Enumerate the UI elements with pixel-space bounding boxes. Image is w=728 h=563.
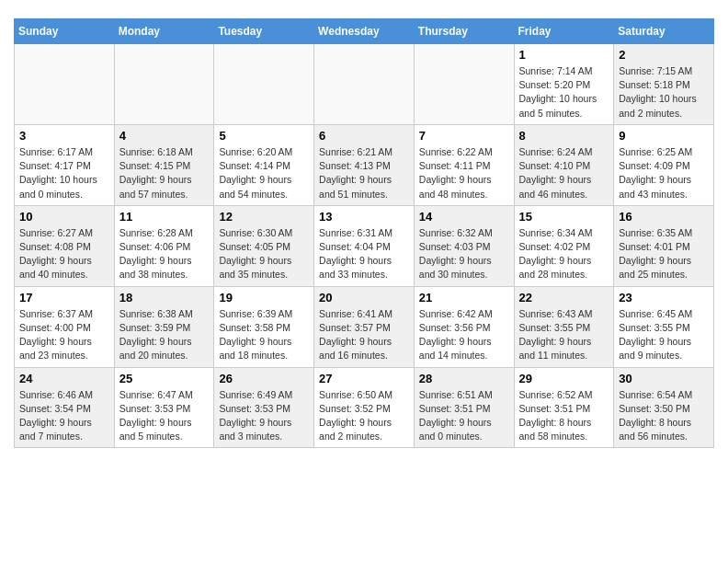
calendar-cell: 9Sunrise: 6:25 AM Sunset: 4:09 PM Daylig… — [614, 124, 714, 205]
day-info: Sunrise: 6:20 AM Sunset: 4:14 PM Dayligh… — [219, 145, 309, 201]
calendar-cell: 26Sunrise: 6:49 AM Sunset: 3:53 PM Dayli… — [214, 367, 314, 448]
day-info: Sunrise: 6:52 AM Sunset: 3:51 PM Dayligh… — [519, 388, 609, 444]
calendar-cell: 2Sunrise: 7:15 AM Sunset: 5:18 PM Daylig… — [614, 44, 714, 125]
day-info: Sunrise: 6:22 AM Sunset: 4:11 PM Dayligh… — [419, 145, 509, 201]
day-info: Sunrise: 6:34 AM Sunset: 4:02 PM Dayligh… — [519, 226, 609, 282]
calendar-cell: 24Sunrise: 6:46 AM Sunset: 3:54 PM Dayli… — [15, 367, 115, 448]
calendar-cell: 6Sunrise: 6:21 AM Sunset: 4:13 PM Daylig… — [314, 124, 415, 205]
day-info: Sunrise: 6:42 AM Sunset: 3:56 PM Dayligh… — [419, 307, 509, 363]
day-info: Sunrise: 6:27 AM Sunset: 4:08 PM Dayligh… — [19, 226, 109, 282]
day-info: Sunrise: 6:49 AM Sunset: 3:53 PM Dayligh… — [219, 388, 309, 444]
day-info: Sunrise: 6:37 AM Sunset: 4:00 PM Dayligh… — [19, 307, 109, 363]
calendar-table: SundayMondayTuesdayWednesdayThursdayFrid… — [14, 18, 714, 448]
calendar-week-1: 3Sunrise: 6:17 AM Sunset: 4:17 PM Daylig… — [15, 124, 714, 205]
calendar-cell: 5Sunrise: 6:20 AM Sunset: 4:14 PM Daylig… — [214, 124, 314, 205]
day-number: 6 — [319, 129, 409, 143]
calendar-cell: 29Sunrise: 6:52 AM Sunset: 3:51 PM Dayli… — [514, 367, 614, 448]
calendar-cell — [414, 44, 514, 125]
day-number: 8 — [519, 129, 609, 143]
day-info: Sunrise: 6:28 AM Sunset: 4:06 PM Dayligh… — [119, 226, 210, 282]
day-info: Sunrise: 6:30 AM Sunset: 4:05 PM Dayligh… — [219, 226, 309, 282]
day-number: 16 — [619, 210, 709, 224]
day-info: Sunrise: 6:46 AM Sunset: 3:54 PM Dayligh… — [19, 388, 109, 444]
calendar-week-3: 17Sunrise: 6:37 AM Sunset: 4:00 PM Dayli… — [15, 286, 714, 367]
day-info: Sunrise: 6:35 AM Sunset: 4:01 PM Dayligh… — [619, 226, 709, 282]
calendar-cell: 25Sunrise: 6:47 AM Sunset: 3:53 PM Dayli… — [114, 367, 214, 448]
day-info: Sunrise: 6:45 AM Sunset: 3:55 PM Dayligh… — [619, 307, 709, 363]
day-info: Sunrise: 6:54 AM Sunset: 3:50 PM Dayligh… — [619, 388, 709, 444]
calendar-cell: 3Sunrise: 6:17 AM Sunset: 4:17 PM Daylig… — [15, 124, 115, 205]
weekday-header-tuesday: Tuesday — [214, 19, 314, 44]
day-info: Sunrise: 6:17 AM Sunset: 4:17 PM Dayligh… — [19, 145, 109, 201]
calendar-cell: 1Sunrise: 7:14 AM Sunset: 5:20 PM Daylig… — [514, 44, 614, 125]
calendar-cell: 28Sunrise: 6:51 AM Sunset: 3:51 PM Dayli… — [414, 367, 514, 448]
weekday-header-thursday: Thursday — [414, 19, 514, 44]
day-info: Sunrise: 6:38 AM Sunset: 3:59 PM Dayligh… — [119, 307, 210, 363]
calendar-cell: 13Sunrise: 6:31 AM Sunset: 4:04 PM Dayli… — [314, 205, 415, 286]
day-number: 5 — [219, 129, 309, 143]
day-number: 29 — [519, 372, 609, 385]
calendar-week-2: 10Sunrise: 6:27 AM Sunset: 4:08 PM Dayli… — [15, 205, 714, 286]
day-info: Sunrise: 6:43 AM Sunset: 3:55 PM Dayligh… — [519, 307, 609, 363]
weekday-header-friday: Friday — [514, 19, 614, 44]
calendar-cell: 17Sunrise: 6:37 AM Sunset: 4:00 PM Dayli… — [15, 286, 115, 367]
day-info: Sunrise: 6:39 AM Sunset: 3:58 PM Dayligh… — [219, 307, 309, 363]
day-number: 3 — [19, 129, 109, 143]
calendar-cell: 11Sunrise: 6:28 AM Sunset: 4:06 PM Dayli… — [114, 205, 214, 286]
day-number: 7 — [419, 129, 509, 143]
day-number: 10 — [19, 210, 109, 224]
day-info: Sunrise: 6:51 AM Sunset: 3:51 PM Dayligh… — [419, 388, 509, 444]
calendar-cell: 10Sunrise: 6:27 AM Sunset: 4:08 PM Dayli… — [15, 205, 115, 286]
day-number: 12 — [219, 210, 309, 224]
calendar-week-4: 24Sunrise: 6:46 AM Sunset: 3:54 PM Dayli… — [15, 367, 714, 448]
calendar-cell: 19Sunrise: 6:39 AM Sunset: 3:58 PM Dayli… — [214, 286, 314, 367]
day-number: 13 — [319, 210, 409, 224]
calendar-cell: 8Sunrise: 6:24 AM Sunset: 4:10 PM Daylig… — [514, 124, 614, 205]
day-number: 19 — [219, 291, 309, 304]
calendar-cell — [314, 44, 415, 125]
day-number: 30 — [619, 372, 709, 385]
calendar-cell: 16Sunrise: 6:35 AM Sunset: 4:01 PM Dayli… — [614, 205, 714, 286]
calendar-cell: 14Sunrise: 6:32 AM Sunset: 4:03 PM Dayli… — [414, 205, 514, 286]
day-info: Sunrise: 6:47 AM Sunset: 3:53 PM Dayligh… — [119, 388, 210, 444]
day-number: 23 — [619, 291, 709, 304]
day-number: 11 — [119, 210, 210, 224]
day-info: Sunrise: 6:50 AM Sunset: 3:52 PM Dayligh… — [319, 388, 409, 444]
day-info: Sunrise: 6:18 AM Sunset: 4:15 PM Dayligh… — [119, 145, 210, 201]
day-number: 25 — [119, 372, 210, 385]
day-info: Sunrise: 6:24 AM Sunset: 4:10 PM Dayligh… — [519, 145, 609, 201]
day-number: 21 — [419, 291, 509, 304]
calendar-cell: 21Sunrise: 6:42 AM Sunset: 3:56 PM Dayli… — [414, 286, 514, 367]
day-info: Sunrise: 6:41 AM Sunset: 3:57 PM Dayligh… — [319, 307, 409, 363]
calendar-header: SundayMondayTuesdayWednesdayThursdayFrid… — [15, 19, 714, 44]
day-number: 24 — [19, 372, 109, 385]
day-number: 28 — [419, 372, 509, 385]
day-number: 4 — [119, 129, 210, 143]
day-number: 22 — [519, 291, 609, 304]
day-info: Sunrise: 6:21 AM Sunset: 4:13 PM Dayligh… — [319, 145, 409, 201]
calendar-cell: 30Sunrise: 6:54 AM Sunset: 3:50 PM Dayli… — [614, 367, 714, 448]
day-number: 14 — [419, 210, 509, 224]
day-number: 18 — [119, 291, 210, 304]
weekday-header-row: SundayMondayTuesdayWednesdayThursdayFrid… — [15, 19, 714, 44]
calendar-cell: 7Sunrise: 6:22 AM Sunset: 4:11 PM Daylig… — [414, 124, 514, 205]
weekday-header-saturday: Saturday — [614, 19, 714, 44]
calendar-cell: 20Sunrise: 6:41 AM Sunset: 3:57 PM Dayli… — [314, 286, 415, 367]
day-info: Sunrise: 6:32 AM Sunset: 4:03 PM Dayligh… — [419, 226, 509, 282]
day-number: 2 — [619, 48, 709, 62]
calendar-week-0: 1Sunrise: 7:14 AM Sunset: 5:20 PM Daylig… — [15, 44, 714, 125]
day-info: Sunrise: 7:15 AM Sunset: 5:18 PM Dayligh… — [619, 64, 709, 121]
day-info: Sunrise: 6:31 AM Sunset: 4:04 PM Dayligh… — [319, 226, 409, 282]
calendar-cell: 12Sunrise: 6:30 AM Sunset: 4:05 PM Dayli… — [214, 205, 314, 286]
day-number: 9 — [619, 129, 709, 143]
weekday-header-sunday: Sunday — [15, 19, 115, 44]
weekday-header-wednesday: Wednesday — [314, 19, 415, 44]
calendar-cell: 22Sunrise: 6:43 AM Sunset: 3:55 PM Dayli… — [514, 286, 614, 367]
day-number: 15 — [519, 210, 609, 224]
header — [14, 9, 714, 11]
calendar-cell — [214, 44, 314, 125]
day-number: 17 — [19, 291, 109, 304]
calendar-cell: 23Sunrise: 6:45 AM Sunset: 3:55 PM Dayli… — [614, 286, 714, 367]
calendar-cell: 27Sunrise: 6:50 AM Sunset: 3:52 PM Dayli… — [314, 367, 415, 448]
day-number: 20 — [319, 291, 409, 304]
